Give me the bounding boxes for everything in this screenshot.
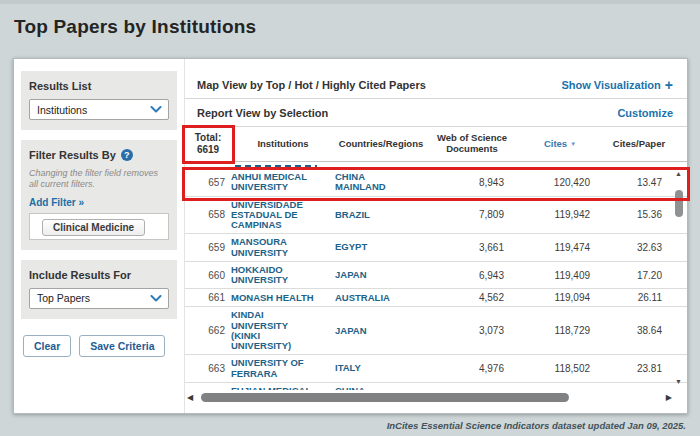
country-link[interactable]: EGYPT	[335, 242, 427, 252]
horizontal-scroll-thumb[interactable]	[201, 393, 569, 402]
clipped-text-fragment	[235, 165, 317, 168]
column-header-documents[interactable]: Web of Science Documents	[427, 133, 517, 155]
include-results-label: Include Results For	[29, 269, 169, 281]
column-header-institutions[interactable]: Institutions	[231, 139, 335, 150]
documents-value: 4,976	[427, 363, 517, 374]
row-rank: 663	[185, 363, 231, 374]
cites-per-paper-value: 26.11	[603, 292, 675, 303]
institution-link[interactable]: KINDAI UNIVERSITY (KINKI UNIVERSITY)	[231, 310, 335, 351]
cites-value: 119,942	[517, 209, 603, 220]
table-header: Total: 6619 Institutions Countries/Regio…	[185, 127, 687, 162]
horizontal-scrollbar[interactable]: ◀ ▶	[187, 391, 672, 404]
horizontal-scroll-track[interactable]	[197, 393, 662, 402]
scroll-up-icon[interactable]: ▲	[675, 170, 682, 177]
sidebar: Results List Institutions Filter Results…	[14, 59, 184, 413]
chevron-down-icon	[150, 106, 162, 113]
column-header-countries[interactable]: Countries/Regions	[335, 139, 427, 150]
vertical-scrollbar[interactable]: ▲ ▼	[673, 162, 685, 390]
results-list-section: Results List Institutions	[21, 71, 177, 130]
cites-per-paper-value: 23.81	[603, 363, 675, 374]
cites-per-paper-value: 17.20	[603, 270, 675, 281]
table-row[interactable]: 658 UNIVERSIDADE ESTADUAL DE CAMPINAS BR…	[185, 197, 687, 235]
page-title: Top Papers by Institutions	[14, 16, 256, 38]
chevron-down-icon	[150, 295, 162, 302]
institution-link[interactable]: MANSOURA UNIVERSITY	[231, 237, 335, 258]
total-value: 6619	[185, 144, 231, 156]
cites-value: 120,420	[517, 177, 603, 188]
cites-value: 118,502	[517, 363, 603, 374]
documents-value: 6,943	[427, 270, 517, 281]
row-rank: 660	[185, 270, 231, 281]
table-row[interactable]: 660 HOKKAIDO UNIVERSITY JAPAN 6,943 119,…	[185, 262, 687, 290]
table-row[interactable]: 663 UNIVERSITY OF FERRARA ITALY 4,976 11…	[185, 355, 687, 383]
report-view-title: Report View by Selection	[197, 107, 328, 119]
results-list-dropdown[interactable]: Institutions	[29, 99, 169, 120]
scroll-left-icon[interactable]: ◀	[187, 394, 193, 402]
help-icon[interactable]: ?	[121, 149, 133, 161]
institution-link[interactable]: FUJIAN MEDICAL UNIVERSITY	[231, 386, 335, 390]
report-view-bar: Report View by Selection Customize	[185, 99, 687, 127]
page-top-strip	[0, 0, 700, 4]
institution-link[interactable]: UNIVERSITY OF FERRARA	[231, 358, 335, 379]
country-link[interactable]: ITALY	[335, 363, 427, 373]
country-link[interactable]: CHINA MAINLAND	[335, 172, 427, 193]
main-content: Map View by Top / Hot / Highly Cited Pap…	[184, 59, 687, 413]
country-link[interactable]: JAPAN	[335, 270, 427, 280]
add-filter-link[interactable]: Add Filter »	[29, 197, 169, 208]
table-row[interactable]: 659 MANSOURA UNIVERSITY EGYPT 3,661 119,…	[185, 234, 687, 262]
cites-per-paper-value: 32.63	[603, 242, 675, 253]
table-row[interactable]: 664 FUJIAN MEDICAL UNIVERSITY CHINA MAIN…	[185, 383, 687, 390]
row-rank: 657	[185, 177, 231, 188]
documents-value: 8,943	[427, 177, 517, 188]
map-view-bar: Map View by Top / Hot / Highly Cited Pap…	[185, 71, 687, 99]
scroll-right-icon[interactable]: ▶	[666, 394, 672, 402]
show-visualization-link[interactable]: Show Visualization +	[561, 78, 673, 92]
filter-section-label: Filter Results By	[29, 149, 116, 161]
cites-value: 118,729	[517, 325, 603, 336]
active-filter-chip[interactable]: Clinical Medicine	[42, 219, 145, 236]
cites-header-label: Cites	[544, 139, 567, 150]
institution-link[interactable]: ANHUI MEDICAL UNIVERSITY	[231, 172, 335, 193]
content-panel: Results List Institutions Filter Results…	[13, 58, 688, 414]
filter-note: Changing the filter field removes all cu…	[29, 168, 169, 191]
include-results-section: Include Results For Top Papers	[21, 260, 177, 319]
vertical-scroll-thumb[interactable]	[675, 190, 683, 217]
show-visualization-label: Show Visualization	[561, 79, 660, 91]
filter-field[interactable]: Clinical Medicine	[29, 213, 169, 240]
total-count: Total: 6619	[185, 132, 231, 156]
table-row[interactable]: 662 KINDAI UNIVERSITY (KINKI UNIVERSITY)…	[185, 307, 687, 355]
country-link[interactable]: CHINA MAINLAND	[335, 386, 427, 390]
row-rank: 661	[185, 292, 231, 303]
country-link[interactable]: JAPAN	[335, 326, 427, 336]
documents-value: 4,562	[427, 292, 517, 303]
clear-button[interactable]: Clear	[23, 335, 71, 357]
institution-link[interactable]: UNIVERSIDADE ESTADUAL DE CAMPINAS	[231, 200, 335, 231]
filter-section: Filter Results By ? Changing the filter …	[21, 140, 177, 250]
clipped-row-fragment	[185, 162, 687, 169]
save-criteria-button[interactable]: Save Criteria	[79, 335, 165, 357]
row-rank: 659	[185, 242, 231, 253]
table-row[interactable]: 661 MONASH HEALTH AUSTRALIA 4,562 119,09…	[185, 289, 687, 307]
sort-desc-icon: ▼	[570, 141, 576, 148]
column-header-cites-per-paper[interactable]: Cites/Paper	[603, 139, 675, 150]
institution-link[interactable]: MONASH HEALTH	[231, 293, 335, 303]
plus-icon: +	[665, 78, 673, 92]
country-link[interactable]: AUSTRALIA	[335, 293, 427, 303]
cites-value: 119,474	[517, 242, 603, 253]
table-row[interactable]: 657 ANHUI MEDICAL UNIVERSITY CHINA MAINL…	[185, 169, 687, 197]
column-header-cites[interactable]: Cites ▼	[517, 139, 603, 150]
scroll-down-icon[interactable]: ▼	[675, 378, 682, 385]
country-link[interactable]: BRAZIL	[335, 210, 427, 220]
table-body: 657 ANHUI MEDICAL UNIVERSITY CHINA MAINL…	[185, 162, 687, 390]
customize-link[interactable]: Customize	[617, 107, 673, 119]
institution-link[interactable]: HOKKAIDO UNIVERSITY	[231, 265, 335, 286]
map-view-title: Map View by Top / Hot / Highly Cited Pap…	[197, 79, 426, 91]
results-list-selected: Institutions	[37, 104, 87, 116]
results-list-label: Results List	[29, 80, 169, 92]
cites-per-paper-value: 38.64	[603, 325, 675, 336]
sidebar-buttons: Clear Save Criteria	[23, 335, 177, 357]
dataset-update-note: InCites Essential Science Indicators dat…	[387, 420, 686, 431]
row-rank: 662	[185, 325, 231, 336]
include-results-dropdown[interactable]: Top Papers	[29, 288, 169, 309]
cites-value: 119,094	[517, 292, 603, 303]
